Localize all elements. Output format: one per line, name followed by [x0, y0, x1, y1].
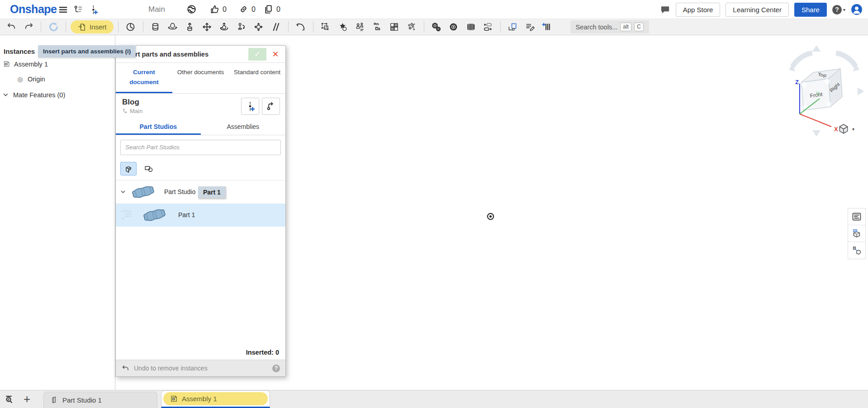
likes-counter[interactable]: 0 [209, 4, 227, 14]
main-menu-icon[interactable] [58, 5, 68, 15]
update-button[interactable] [46, 20, 61, 33]
pin-slot-mate-button[interactable] [234, 20, 249, 33]
feature-list-button[interactable] [848, 209, 865, 225]
rotate-up-arrow[interactable] [812, 45, 821, 52]
revolute-mate-button[interactable] [165, 20, 180, 33]
pattern-button[interactable] [387, 20, 402, 33]
tab-other-documents[interactable]: Other documents [172, 63, 229, 93]
copies-counter[interactable]: 0 [263, 4, 280, 14]
tree-item-assembly[interactable]: Assembly 1 [3, 60, 48, 68]
search-tools-box[interactable]: Search tools... alt C [570, 20, 649, 33]
tab-current-document[interactable]: Current document [116, 63, 172, 93]
filter-parts-button[interactable] [120, 162, 137, 176]
part-row-selected[interactable]: Part 1 [116, 204, 285, 227]
snap-mode-button[interactable] [370, 20, 385, 33]
add-tab-button[interactable]: + [24, 392, 30, 406]
versions-icon[interactable] [73, 5, 83, 15]
named-positions-button[interactable] [522, 20, 538, 33]
revolute-mate-icon [167, 22, 178, 32]
tree-item-origin[interactable]: ◎ Origin [16, 76, 45, 83]
filter-row [116, 159, 285, 180]
comments-icon[interactable] [660, 5, 670, 15]
bom-table-icon [542, 22, 552, 32]
help-icon[interactable]: ? [272, 365, 280, 372]
links-counter[interactable]: 0 [238, 4, 256, 14]
rotate-right-arrow[interactable] [858, 87, 864, 95]
public-indicator[interactable] [186, 4, 197, 14]
copy-icon [263, 4, 274, 14]
screw-relation-button[interactable] [480, 20, 496, 33]
insert-button[interactable]: Insert [71, 20, 114, 33]
section-view-button[interactable] [505, 20, 521, 33]
group-button[interactable] [318, 20, 333, 33]
tree-ghost-icon [119, 208, 134, 222]
y-axis-label: Y [816, 91, 820, 97]
tab-part-studio-1[interactable]: Part Studio 1 [43, 392, 157, 408]
accept-button[interactable]: ✓ [248, 48, 266, 61]
undo-icon[interactable] [121, 364, 130, 373]
toolbar-separator [424, 21, 424, 33]
relation-button[interactable] [446, 20, 461, 33]
view-cube[interactable]: Top Front Right Z X Y [778, 41, 868, 140]
toolbar-separator [66, 21, 66, 33]
chevron-down-icon[interactable] [119, 188, 127, 195]
links-count: 0 [251, 5, 256, 14]
onshape-logo[interactable]: Onshape [10, 3, 57, 16]
tree-item-mate-features[interactable]: Mate Features (0) [2, 91, 65, 99]
bom-button[interactable] [540, 20, 555, 33]
tab-manager-icon[interactable] [5, 394, 15, 405]
learning-center-button[interactable]: Learning Center [726, 3, 789, 17]
search-part-studios-input[interactable] [120, 140, 281, 155]
insert-plus-icon [245, 101, 256, 112]
insert-dialog-header: Insert parts and assemblies ✓ ✕ [116, 46, 285, 63]
tab-assembly-1[interactable]: Assembly 1 [161, 390, 270, 408]
exploded-view-button[interactable] [404, 20, 419, 33]
insert-feature-icon[interactable] [88, 5, 99, 15]
sketch-filter-icon [144, 164, 154, 174]
update-icon [48, 21, 59, 33]
user-avatar[interactable] [851, 4, 863, 15]
filter-sketches-button[interactable] [141, 162, 157, 176]
parallel-mate-button[interactable] [268, 20, 284, 33]
rotate-down-arrow[interactable] [812, 130, 821, 137]
part-label: Part 1 [178, 211, 195, 218]
document-row: Blog Main [116, 94, 285, 119]
replicate-button[interactable] [352, 20, 368, 33]
globe-icon [186, 4, 197, 14]
bom-panel-button[interactable] [848, 225, 865, 242]
close-icon: ✕ [272, 49, 279, 59]
insert-icon [77, 23, 86, 32]
origin-marker[interactable] [487, 213, 494, 220]
workspace-branch-label: Main [148, 5, 165, 14]
ball-mate-button[interactable] [251, 20, 266, 33]
fastened-mate-button[interactable] [148, 20, 163, 33]
tab-standard-content[interactable]: Standard content [229, 63, 285, 93]
tab-part-studios[interactable]: Part Studios [116, 119, 201, 135]
tangent-mate-button[interactable] [293, 20, 308, 33]
top-bar: Onshape Main 0 0 0 App Store Learning Ce… [0, 0, 868, 19]
tab-assemblies[interactable]: Assemblies [201, 119, 286, 135]
version-graph-button[interactable] [262, 98, 280, 115]
slider-mate-button[interactable] [182, 20, 198, 33]
planar-mate-button[interactable] [199, 20, 215, 33]
insert-dialog: Insert parts and assemblies ✓ ✕ Current … [115, 45, 286, 377]
help-menu[interactable]: ? ▾ [832, 5, 845, 14]
app-store-button[interactable]: App Store [676, 3, 721, 17]
part-studio-row[interactable]: Part Studio 1 Part 1 [116, 180, 285, 204]
configuration-panel-button[interactable] [848, 242, 865, 259]
close-button[interactable]: ✕ [269, 48, 282, 61]
redo-button[interactable] [21, 20, 36, 33]
named-views-button[interactable] [123, 20, 138, 33]
mate-connector-button[interactable] [335, 20, 351, 33]
tab-label: Part Studio 1 [62, 396, 102, 404]
cylindrical-mate-button[interactable] [217, 20, 232, 33]
undo-icon [6, 22, 17, 32]
share-button[interactable]: Share [794, 3, 827, 17]
chevron-down-icon: ▾ [843, 7, 845, 12]
gear-relation-button[interactable] [429, 20, 444, 33]
view-options-menu[interactable]: ▾ [838, 123, 854, 135]
undo-button[interactable] [4, 20, 19, 33]
rack-pinion-button[interactable] [463, 20, 479, 33]
insert-all-button[interactable] [241, 98, 259, 115]
likes-count: 0 [223, 5, 227, 14]
